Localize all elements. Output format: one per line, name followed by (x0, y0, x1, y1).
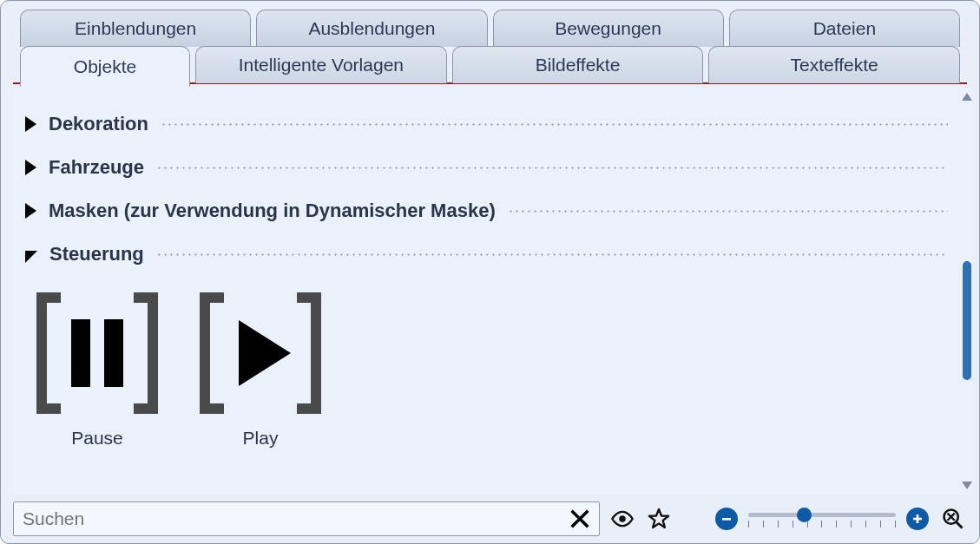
preview-button[interactable] (608, 505, 636, 533)
zoom-slider[interactable] (748, 506, 896, 532)
scroll-thumb[interactable] (963, 261, 971, 380)
category-label: Fahrzeuge (49, 156, 144, 179)
scroll-up-icon[interactable] (962, 93, 972, 101)
tab-intelligente-vorlagen[interactable]: Intelligente Vorlagen (195, 46, 447, 83)
divider-dots (156, 165, 948, 171)
tab-ausblendungen[interactable]: Ausblendungen (256, 10, 487, 47)
tab-einblendungen[interactable]: Einblendungen (20, 10, 251, 47)
svg-rect-1 (722, 518, 731, 521)
tab-label: Bildeffekte (536, 55, 621, 75)
tab-dateien[interactable]: Dateien (729, 10, 960, 47)
category-steuerung[interactable]: Steuerung (25, 235, 948, 273)
slider-ticks (748, 521, 896, 529)
favorite-button[interactable] (645, 505, 673, 533)
zoom-reset-icon (941, 507, 965, 531)
minus-icon (720, 512, 733, 526)
category-label: Dekoration (49, 113, 148, 135)
category-dekoration[interactable]: Dekoration (25, 105, 948, 143)
play-icon (200, 292, 321, 414)
tab-label: Texteffekte (791, 55, 878, 75)
tab-bildeffekte[interactable]: Bildeffekte (452, 46, 704, 83)
tab-row-bottom: Objekte Intelligente Vorlagen Bildeffekt… (20, 46, 960, 87)
divider-dots (156, 252, 948, 258)
chevron-right-icon (25, 116, 36, 132)
slider-track (748, 513, 896, 517)
object-item-play[interactable]: Play (195, 292, 326, 449)
object-item-pause[interactable]: Pause (32, 292, 162, 449)
tab-label: Bewegungen (555, 18, 661, 39)
item-label: Pause (71, 428, 123, 449)
svg-point-0 (619, 515, 625, 521)
divider-dots (161, 121, 948, 128)
item-label: Play (243, 428, 279, 449)
zoom-controls (715, 505, 967, 533)
zoom-reset-button[interactable] (939, 505, 967, 533)
scroll-track[interactable] (963, 106, 971, 476)
svg-rect-3 (917, 515, 919, 523)
star-icon (647, 507, 671, 531)
search-box[interactable] (13, 501, 600, 536)
tab-label: Dateien (813, 18, 876, 39)
plus-icon (911, 512, 924, 526)
chevron-right-icon (25, 160, 36, 175)
chevron-right-icon (25, 203, 36, 219)
tab-label: Intelligente Vorlagen (239, 55, 404, 75)
search-input[interactable] (21, 508, 566, 530)
tab-objekte[interactable]: Objekte (20, 46, 190, 87)
tab-label: Objekte (74, 56, 136, 77)
clear-search-button[interactable] (566, 505, 594, 533)
vertical-scrollbar[interactable] (958, 88, 976, 495)
category-label: Masken (zur Verwendung in Dynamischer Ma… (49, 200, 496, 222)
tab-texteffekte[interactable]: Texteffekte (708, 46, 960, 83)
scroll-down-icon[interactable] (962, 482, 972, 489)
zoom-in-button[interactable] (906, 508, 929, 530)
tab-row-top: Einblendungen Ausblendungen Bewegungen D… (20, 10, 960, 47)
tab-label: Ausblendungen (308, 18, 435, 39)
category-fahrzeuge[interactable]: Fahrzeuge (25, 148, 948, 187)
category-items: Pause Play (25, 273, 948, 456)
category-masken[interactable]: Masken (zur Verwendung in Dynamischer Ma… (25, 192, 948, 230)
divider-dots (508, 208, 948, 214)
content-panel: Dekoration Fahrzeuge Masken (zur Verwend… (8, 88, 972, 495)
pause-icon (36, 292, 158, 414)
toolbox-window: Einblendungen Ausblendungen Bewegungen D… (0, 0, 980, 544)
zoom-out-button[interactable] (715, 508, 738, 530)
svg-line-5 (957, 522, 963, 528)
close-icon (568, 507, 592, 531)
chevron-down-icon (25, 251, 37, 263)
bottom-toolbar (8, 500, 972, 538)
category-label: Steuerung (49, 243, 144, 265)
tab-bewegungen[interactable]: Bewegungen (493, 10, 724, 47)
eye-icon (610, 507, 635, 531)
tab-label: Einblendungen (75, 18, 196, 39)
